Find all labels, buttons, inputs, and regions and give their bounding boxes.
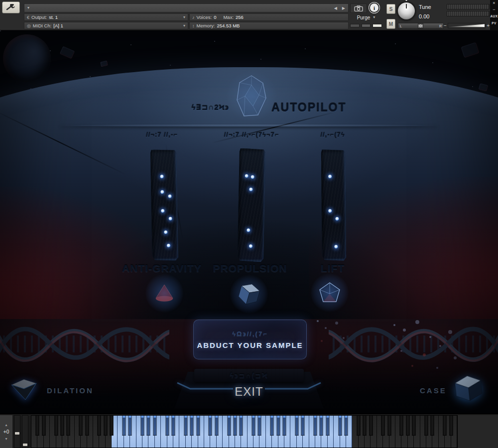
- mod-wheel-handle[interactable]: [23, 444, 27, 446]
- piano-key-black[interactable]: [313, 416, 317, 436]
- output-selector[interactable]: € Output: st. 1 ▾: [24, 13, 188, 21]
- chevron-down-icon[interactable]: ▾: [183, 15, 185, 19]
- chevron-down-icon[interactable]: ▾: [183, 23, 185, 28]
- piano-key-black[interactable]: [431, 416, 434, 436]
- piano-key-black[interactable]: [122, 416, 125, 436]
- piano-key-black[interactable]: [215, 416, 218, 436]
- piano-key-black[interactable]: [98, 416, 101, 436]
- solo-button[interactable]: S: [386, 4, 395, 14]
- transpose-down-icon[interactable]: ▾: [5, 437, 7, 441]
- tune-knob[interactable]: [398, 2, 415, 19]
- piano-key-black[interactable]: [344, 416, 348, 436]
- piano-key-black[interactable]: [36, 416, 39, 436]
- piano-key-black[interactable]: [42, 416, 45, 436]
- piano-key-black[interactable]: [233, 416, 237, 436]
- piano-key-black[interactable]: [283, 416, 286, 436]
- volume-slider[interactable]: [448, 23, 486, 28]
- transpose-control[interactable]: ▴ +0 ▾: [0, 415, 12, 448]
- piano-key-black[interactable]: [295, 416, 298, 436]
- piano-key-black[interactable]: [326, 416, 329, 436]
- dilation-page-button[interactable]: [10, 377, 38, 404]
- piano-key-black[interactable]: [449, 416, 453, 436]
- window-controls: × − AUX PV: [490, 0, 498, 30]
- exit-button[interactable]: EXIT: [174, 385, 324, 399]
- piano-key-black[interactable]: [406, 416, 409, 436]
- pitch-wheel-handle[interactable]: [15, 432, 19, 435]
- instrument-title-bar[interactable]: ▾ ◀ ▶: [24, 3, 349, 12]
- piano-key-black[interactable]: [141, 416, 144, 436]
- purge-meter-segment: [373, 24, 382, 27]
- chevron-down-icon[interactable]: ▾: [27, 6, 29, 10]
- memory-label: Memory:: [197, 23, 215, 28]
- minimize-icon[interactable]: −: [493, 6, 495, 13]
- piano-key-black[interactable]: [209, 416, 212, 436]
- propulsion-slider[interactable]: [238, 148, 266, 262]
- prev-instrument-icon[interactable]: ◀: [334, 6, 337, 10]
- piano-key-black[interactable]: [400, 416, 403, 436]
- piano-key-black[interactable]: [369, 416, 373, 436]
- pan-slider[interactable]: L R: [398, 23, 444, 29]
- lift-slider[interactable]: [320, 149, 347, 261]
- piano-key-black[interactable]: [196, 416, 200, 436]
- piano-key-black[interactable]: [320, 416, 323, 436]
- piano-key-black[interactable]: [67, 416, 70, 436]
- pv-toggle[interactable]: PV: [492, 20, 497, 27]
- led-dot: [160, 190, 164, 194]
- piano-key-black[interactable]: [171, 416, 175, 436]
- piano-key-black[interactable]: [60, 416, 64, 436]
- piano-key-black[interactable]: [240, 416, 243, 436]
- case-page-button[interactable]: [452, 372, 486, 406]
- piano-key-black[interactable]: [301, 416, 305, 436]
- led-dot: [167, 243, 170, 247]
- piano-key-black[interactable]: [165, 416, 169, 436]
- planet: [3, 34, 51, 82]
- piano-key-black[interactable]: [128, 416, 132, 436]
- transpose-up-icon[interactable]: ▴: [5, 423, 7, 427]
- piano-key-black[interactable]: [190, 416, 194, 436]
- exit-hatch: ϟ϶⊐∩(⊐Ϟ EXIT: [174, 363, 324, 409]
- pitch-wheel[interactable]: [14, 415, 20, 448]
- abduct-sample-button[interactable]: ϟΩ϶//,(7⌐ ABDUCT YOUR SAMPLE: [193, 320, 307, 359]
- case-tab-label[interactable]: CASE: [420, 386, 447, 395]
- dilation-tab-label[interactable]: DILATION: [47, 386, 94, 395]
- info-button[interactable]: i: [370, 3, 378, 12]
- purge-menu[interactable]: Purge ▾: [350, 14, 382, 21]
- piano-key-black[interactable]: [363, 416, 367, 436]
- piano-key-black[interactable]: [153, 416, 156, 436]
- camera-icon: [354, 5, 363, 11]
- piano-key-black[interactable]: [270, 416, 274, 436]
- close-icon[interactable]: ×: [493, 0, 495, 6]
- wrench-edit-button[interactable]: [2, 1, 20, 13]
- led-dot: [335, 217, 339, 221]
- piano-key-black[interactable]: [110, 416, 114, 436]
- piano-key-black[interactable]: [252, 416, 255, 436]
- volume-plus[interactable]: +: [487, 23, 490, 28]
- piano-key-black[interactable]: [387, 416, 391, 436]
- piano-key-black[interactable]: [338, 416, 342, 436]
- piano-key-black[interactable]: [425, 416, 428, 436]
- piano-key-black[interactable]: [412, 416, 416, 436]
- piano-key-black[interactable]: [85, 416, 89, 436]
- particle-cluster: [393, 324, 395, 326]
- piano-key-black[interactable]: [147, 416, 150, 436]
- piano-key-black[interactable]: [227, 416, 231, 436]
- mute-button[interactable]: M: [386, 19, 395, 29]
- piano-key-black[interactable]: [443, 416, 447, 436]
- piano-key-black[interactable]: [184, 416, 187, 436]
- snapshot-camera-button[interactable]: [350, 3, 367, 13]
- next-instrument-icon[interactable]: ▶: [342, 6, 345, 10]
- mod-wheel[interactable]: [22, 415, 28, 448]
- piano-key-black[interactable]: [381, 416, 385, 436]
- keyboard-bar: ▴ +0 ▾: [0, 413, 498, 448]
- aux-toggle[interactable]: AUX: [490, 13, 498, 20]
- volume-minus[interactable]: −: [444, 23, 447, 28]
- midi-channel-selector[interactable]: ◎ MIDI Ch: [A] 1 ▾: [24, 22, 188, 29]
- anti-gravity-slider[interactable]: [149, 149, 179, 261]
- piano-key-black[interactable]: [357, 416, 360, 436]
- piano-key-black[interactable]: [104, 416, 107, 436]
- piano-key-black[interactable]: [276, 416, 280, 436]
- piano-key-black[interactable]: [79, 416, 83, 436]
- piano-key-black[interactable]: [258, 416, 261, 436]
- piano-key-black[interactable]: [54, 416, 58, 436]
- led-dot: [334, 245, 338, 248]
